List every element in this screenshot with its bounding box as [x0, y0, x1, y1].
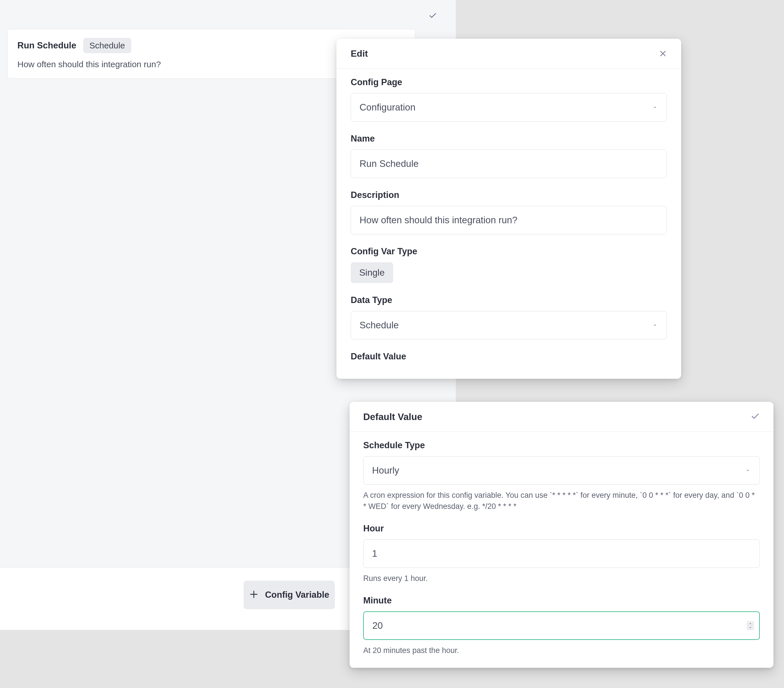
card-title: Run Schedule: [17, 40, 76, 51]
add-config-variable-button[interactable]: Config Variable: [244, 581, 335, 609]
close-button[interactable]: [657, 48, 669, 59]
confirm-button[interactable]: [751, 412, 760, 422]
default-value-label: Default Value: [351, 351, 667, 362]
config-var-button-label: Config Variable: [265, 590, 329, 600]
minute-value: 20: [372, 620, 383, 631]
popover-header: Default Value: [349, 402, 774, 432]
default-value-popover: Default Value Schedule Type Hourly A cro…: [349, 402, 774, 668]
minute-input[interactable]: 20: [363, 611, 760, 640]
caret-down-icon: [652, 320, 658, 331]
popover-title: Default Value: [363, 411, 422, 422]
description-label: Description: [351, 190, 667, 200]
caret-down-icon: [745, 465, 751, 476]
data-type-label: Data Type: [351, 295, 667, 305]
config-var-type-value: Single: [359, 267, 385, 278]
hour-input[interactable]: 1: [363, 539, 760, 568]
config-var-type-tag: Single: [351, 262, 393, 283]
panel-check-icon: [428, 12, 437, 21]
data-type-value: Schedule: [359, 320, 399, 331]
name-label: Name: [351, 133, 667, 144]
config-var-type-group: Config Var Type Single: [351, 246, 667, 283]
caret-down-icon: [652, 102, 658, 113]
schedule-chip: Schedule: [83, 38, 131, 53]
config-page-select[interactable]: Configuration: [351, 93, 667, 122]
description-input[interactable]: How often should this integration run?: [351, 206, 667, 234]
stepper-down-icon: [748, 625, 753, 630]
plus-icon: [249, 589, 259, 600]
modal-body: Config Page Configuration Name Run Sched…: [336, 69, 681, 362]
name-input[interactable]: Run Schedule: [351, 150, 667, 178]
minute-label: Minute: [363, 596, 760, 606]
modal-title: Edit: [351, 48, 368, 59]
name-group: Name Run Schedule: [351, 133, 667, 178]
hour-help: Runs every 1 hour.: [363, 573, 760, 584]
schedule-type-select[interactable]: Hourly: [363, 456, 760, 485]
hour-group: Hour 1 Runs every 1 hour.: [363, 523, 760, 584]
hour-value: 1: [372, 548, 377, 559]
config-page-value: Configuration: [359, 102, 415, 113]
data-type-group: Data Type Schedule: [351, 295, 667, 339]
default-value-group: Default Value: [351, 351, 667, 362]
description-group: Description How often should this integr…: [351, 190, 667, 234]
stepper-up-icon: [748, 622, 753, 625]
chip-label: Schedule: [89, 41, 125, 50]
hour-label: Hour: [363, 523, 760, 534]
popover-body: Schedule Type Hourly A cron expression f…: [349, 432, 774, 668]
schedule-type-value: Hourly: [372, 465, 399, 476]
schedule-type-help: A cron expression for this config variab…: [363, 490, 760, 512]
modal-header: Edit: [336, 39, 681, 69]
schedule-type-group: Schedule Type Hourly A cron expression f…: [363, 440, 760, 512]
schedule-type-label: Schedule Type: [363, 440, 760, 451]
minute-help: At 20 minutes past the hour.: [363, 645, 760, 656]
name-value: Run Schedule: [359, 158, 418, 169]
config-var-type-label: Config Var Type: [351, 246, 667, 257]
config-page-label: Config Page: [351, 77, 667, 87]
config-page-group: Config Page Configuration: [351, 77, 667, 122]
description-value: How often should this integration run?: [359, 215, 517, 225]
edit-modal: Edit Config Page Configuration Name Run …: [336, 39, 681, 379]
data-type-select[interactable]: Schedule: [351, 311, 667, 339]
minute-group: Minute 20 At 20 minutes past the hour.: [363, 596, 760, 656]
number-stepper[interactable]: [747, 621, 754, 630]
